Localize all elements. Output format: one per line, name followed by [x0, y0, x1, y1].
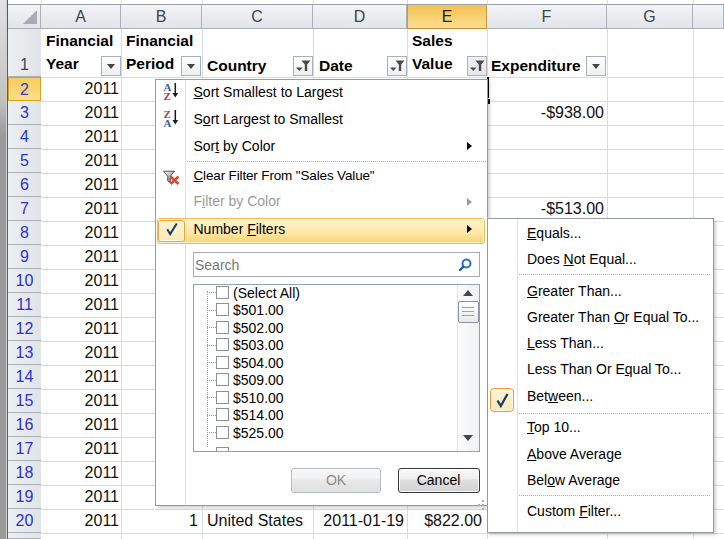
svg-text:A: A	[164, 117, 172, 128]
svg-text:Z: Z	[164, 90, 171, 101]
